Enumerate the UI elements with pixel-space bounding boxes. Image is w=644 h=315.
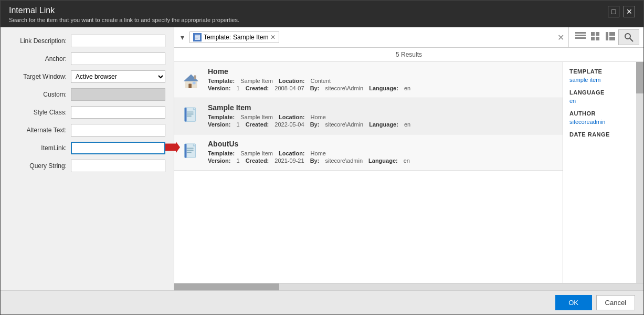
filter-template-title: TEMPLATE <box>569 68 630 75</box>
close-button[interactable]: ✕ <box>624 6 635 17</box>
svg-rect-5 <box>575 32 586 34</box>
custom-row: Custom: <box>9 88 165 101</box>
svg-line-16 <box>630 38 633 41</box>
item-link-label: ItemLink: <box>9 144 67 152</box>
tag-close-button[interactable]: ✕ <box>270 34 276 41</box>
link-description-input[interactable] <box>71 35 165 47</box>
svg-rect-31 <box>186 150 193 151</box>
horizontal-scrollbar[interactable] <box>174 283 643 290</box>
tag-icon <box>193 33 202 41</box>
result-item-sample[interactable]: Sample Item Template: Sample Item Locati… <box>174 98 563 134</box>
home-location-label: Location: Content <box>279 78 331 84</box>
svg-rect-20 <box>193 82 196 85</box>
dialog-title-area: Internal Link Search for the item that y… <box>9 6 239 23</box>
style-class-input[interactable] <box>71 106 165 119</box>
svg-rect-3 <box>195 37 199 37</box>
aboutus-language-label: Language: en <box>368 158 410 164</box>
list-view-button[interactable] <box>573 29 588 45</box>
aboutus-location-label: Location: Home <box>279 150 326 156</box>
sample-result-icon <box>181 106 202 127</box>
svg-rect-19 <box>188 84 192 89</box>
svg-rect-24 <box>186 111 193 112</box>
item-link-input[interactable]: -4502-BFA9-49EE583FF513}/en <box>71 142 165 154</box>
svg-rect-33 <box>185 144 187 158</box>
search-bar-left: ▾ Template: Sample Item ✕ ✕ <box>174 28 568 46</box>
home-by-label: By: sitecore\Admin <box>310 85 364 91</box>
sample-location-label: Location: Home <box>279 114 326 120</box>
query-string-label: Query String: <box>9 162 67 170</box>
filter-template-value[interactable]: sample item <box>569 77 630 83</box>
home-result-details: Home Template: Sample Item Location: Con… <box>208 67 556 92</box>
custom-label: Custom: <box>9 91 67 98</box>
home-result-name: Home <box>208 67 556 76</box>
view-toggle-area <box>568 27 643 47</box>
dialog-subtitle: Search for the item that you want to cre… <box>9 17 239 23</box>
alternate-text-input[interactable] <box>71 124 165 136</box>
svg-marker-18 <box>184 75 198 81</box>
svg-rect-7 <box>575 37 586 39</box>
aboutus-result-meta-1: Template: Sample Item Location: Home <box>208 150 556 156</box>
target-window-select[interactable]: Active browser New browser Current brows… <box>71 70 165 83</box>
link-description-label: Link Description: <box>9 37 67 45</box>
filter-language-value[interactable]: en <box>569 98 630 104</box>
svg-point-15 <box>625 34 630 39</box>
result-item-home[interactable]: Home Template: Sample Item Location: Con… <box>174 62 563 98</box>
filter-tag-chip[interactable]: Template: Sample Item ✕ <box>189 32 279 43</box>
filter-author-value[interactable]: sitecoreadmin <box>569 119 630 125</box>
vertical-scrollbar[interactable] <box>636 62 643 283</box>
svg-rect-32 <box>186 152 191 153</box>
ok-button[interactable]: OK <box>555 295 592 310</box>
sample-result-meta-1: Template: Sample Item Location: Home <box>208 114 556 120</box>
anchor-row: Anchor: <box>9 52 165 65</box>
anchor-label: Anchor: <box>9 55 67 62</box>
svg-rect-2 <box>195 36 199 36</box>
query-string-input[interactable] <box>71 160 165 172</box>
aboutus-result-details: AboutUs Template: Sample Item Location: … <box>208 140 556 165</box>
link-description-row: Link Description: <box>9 35 165 47</box>
search-clear-button[interactable]: ✕ <box>557 33 564 43</box>
svg-rect-26 <box>186 116 191 117</box>
h-scrollbar-thumb[interactable] <box>174 284 279 290</box>
aboutus-result-icon <box>181 142 202 163</box>
cancel-button[interactable]: Cancel <box>596 295 635 310</box>
anchor-input[interactable] <box>71 52 165 65</box>
right-panel: ▾ Template: Sample Item ✕ ✕ <box>174 27 643 290</box>
maximize-button[interactable]: □ <box>608 6 619 17</box>
tag-value: Sample Item <box>233 34 268 41</box>
dialog-body: Link Description: Anchor: Target Window:… <box>1 27 643 290</box>
svg-rect-11 <box>596 37 599 40</box>
results-count: 5 Results <box>174 48 643 62</box>
aboutus-version-label: Version: 1 <box>208 158 240 164</box>
home-template-label: Template: Sample Item <box>208 78 273 84</box>
svg-rect-8 <box>591 32 595 36</box>
grid-view-button[interactable] <box>589 29 603 45</box>
svg-rect-30 <box>186 148 193 149</box>
svg-rect-9 <box>596 32 599 36</box>
sample-result-details: Sample Item Template: Sample Item Locati… <box>208 103 556 129</box>
filter-language-title: LANGUAGE <box>569 89 630 96</box>
scrollbar-thumb[interactable] <box>636 62 643 93</box>
sample-result-name: Sample Item <box>208 103 556 112</box>
custom-input <box>71 88 165 101</box>
svg-rect-12 <box>606 32 608 40</box>
home-result-meta-2: Version: 1 Created: 2008-04-07 By: sitec… <box>208 85 556 91</box>
svg-rect-6 <box>575 35 586 36</box>
aboutus-result-name: AboutUs <box>208 140 556 148</box>
result-item-aboutus[interactable]: AboutUs Template: Sample Item Location: … <box>174 134 563 171</box>
filter-sidebar: TEMPLATE sample item LANGUAGE en AUTHOR … <box>563 62 636 283</box>
filter-date-range-title: DATE RANGE <box>569 131 630 138</box>
sample-created-label: Created: 2022-05-04 <box>246 121 304 128</box>
panel-view-button[interactable] <box>604 29 617 45</box>
sample-template-label: Template: Sample Item <box>208 114 273 120</box>
home-created-label: Created: 2008-04-07 <box>246 85 304 91</box>
search-button[interactable] <box>618 29 639 45</box>
search-dropdown-button[interactable]: ▾ <box>178 33 186 41</box>
results-count-text: 5 Results <box>396 51 422 58</box>
svg-rect-21 <box>194 75 196 79</box>
aboutus-created-label: Created: 2021-09-21 <box>246 158 304 164</box>
dialog-title: Internal Link <box>9 6 239 15</box>
dialog-title-controls: □ ✕ <box>608 6 635 17</box>
internal-link-dialog: Internal Link Search for the item that y… <box>0 0 644 315</box>
svg-rect-13 <box>609 32 615 36</box>
sample-language-label: Language: en <box>369 121 410 128</box>
